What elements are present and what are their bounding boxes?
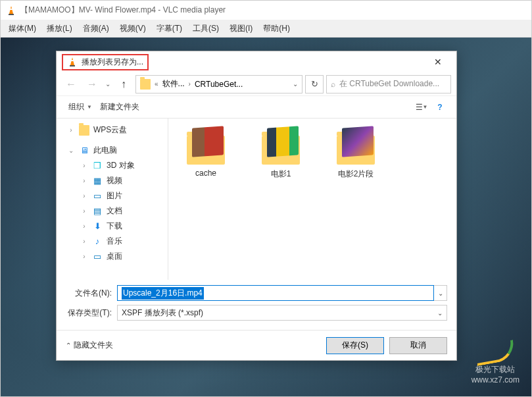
tree-label: 文档 xyxy=(107,205,122,217)
menu-view[interactable]: 视图(I) xyxy=(224,21,258,36)
dialog-body: › WPS云盘 ⌄ 🖥 此电脑 ›❒3D 对象 ›▦视频 ›▭图片 ›▤文档 ›… xyxy=(57,119,456,280)
folder-icon xyxy=(183,129,229,165)
svg-rect-0 xyxy=(9,14,14,15)
hide-folders-toggle[interactable]: ⌃ 隐藏文件夹 xyxy=(66,340,113,351)
chevron-down-icon: ⌄ xyxy=(437,309,443,317)
dialog-titlebar: 播放列表另存为... ✕ xyxy=(57,51,456,72)
filetype-select[interactable]: XSPF 播放列表 (*.xspf) ⌄ xyxy=(117,305,447,321)
svg-rect-3 xyxy=(71,60,74,61)
menu-help[interactable]: 帮助(H) xyxy=(258,21,295,36)
menu-playback[interactable]: 播放(L) xyxy=(41,21,78,36)
address-dropdown[interactable]: ⌄ xyxy=(293,80,298,88)
address-bar[interactable]: « 软件... › CRTubeGet... ⌄ xyxy=(135,75,302,93)
watermark-line1: 极光下载站 xyxy=(472,364,520,375)
svg-rect-2 xyxy=(70,65,75,66)
vlc-cone-icon xyxy=(67,57,78,67)
filename-value: Upscale_2月16日.mp4 xyxy=(122,287,204,300)
search-input[interactable]: ⌕ 在 CRTubeGet Downloade... xyxy=(326,75,451,93)
tree-label: 桌面 xyxy=(107,251,122,262)
tree-wps-cloud[interactable]: › WPS云盘 xyxy=(57,122,168,138)
folder-item-cache[interactable]: cache xyxy=(176,129,235,178)
tree-downloads[interactable]: ›⬇下载 xyxy=(57,219,168,234)
download-icon: ⬇ xyxy=(92,221,103,232)
vlc-cone-icon xyxy=(6,5,16,16)
close-button[interactable]: ✕ xyxy=(425,53,451,71)
vlc-menubar: 媒体(M) 播放(L) 音频(A) 视频(V) 字幕(T) 工具(S) 视图(I… xyxy=(1,20,531,38)
file-list[interactable]: cache 电影1 电影2片段 xyxy=(168,119,456,280)
collapse-icon[interactable]: ⌄ xyxy=(67,147,75,154)
document-icon: ▤ xyxy=(92,206,103,217)
folder-icon xyxy=(333,129,379,165)
refresh-button[interactable]: ↻ xyxy=(305,75,324,93)
expand-icon[interactable]: › xyxy=(67,126,75,134)
video-icon: ▦ xyxy=(92,176,103,186)
tree-this-pc[interactable]: ⌄ 🖥 此电脑 xyxy=(57,143,168,158)
tree-label: 图片 xyxy=(107,190,122,201)
cancel-button[interactable]: 取消 xyxy=(389,337,447,354)
help-button[interactable]: ? xyxy=(431,99,448,115)
filename-dropdown[interactable]: ⌄ xyxy=(434,285,447,301)
address-seg-1[interactable]: 软件... xyxy=(162,78,185,90)
save-button[interactable]: 保存(S) xyxy=(326,337,384,354)
chevron-right-icon: › xyxy=(187,80,192,88)
tree-label: 此电脑 xyxy=(93,145,117,156)
new-folder-button[interactable]: 新建文件夹 xyxy=(96,99,143,115)
folder-icon xyxy=(258,129,304,165)
filetype-label: 保存类型(T): xyxy=(66,307,117,319)
chevron-down-icon: ▼ xyxy=(423,104,428,110)
nav-up-button[interactable]: ↑ xyxy=(114,75,133,93)
nav-recent-dropdown[interactable]: ⌄ xyxy=(104,80,112,88)
view-icon: ☰ xyxy=(416,103,423,112)
chevron-left-icon: « xyxy=(153,80,160,88)
save-as-dialog: 播放列表另存为... ✕ ← → ⌄ ↑ « 软件... › CRTubeGet… xyxy=(56,51,457,361)
nav-forward-button[interactable]: → xyxy=(83,75,101,93)
watermark-swoosh-icon xyxy=(474,340,516,366)
filename-input[interactable]: Upscale_2月16日.mp4 xyxy=(117,285,434,301)
view-options-button[interactable]: ☰ ▼ xyxy=(413,99,430,115)
tree-documents[interactable]: ›▤文档 xyxy=(57,203,168,219)
tree-desktop[interactable]: ›▭桌面 xyxy=(57,249,168,264)
watermark-line2: www.xz7.com xyxy=(472,375,520,384)
filename-label: 文件名(N): xyxy=(66,288,117,299)
menu-audio[interactable]: 音频(A) xyxy=(78,21,114,36)
tree-label: 音乐 xyxy=(107,236,122,247)
menu-subtitle[interactable]: 字幕(T) xyxy=(151,21,187,36)
tree-pictures[interactable]: ›▭图片 xyxy=(57,188,168,203)
tree-label: 下载 xyxy=(107,221,122,232)
tree-label: 3D 对象 xyxy=(107,160,135,171)
tree-videos[interactable]: ›▦视频 xyxy=(57,173,168,188)
tree-3d-objects[interactable]: ›❒3D 对象 xyxy=(57,158,168,173)
file-name: 电影1 xyxy=(271,169,291,180)
picture-icon: ▭ xyxy=(92,191,103,201)
chevron-down-icon: ▼ xyxy=(87,104,92,110)
dialog-title: 播放列表另存为... xyxy=(82,57,143,68)
chevron-up-icon: ⌃ xyxy=(66,342,71,349)
folder-item-movie1[interactable]: 电影1 xyxy=(251,129,310,180)
organize-label: 组织 xyxy=(68,101,84,113)
search-icon: ⌕ xyxy=(331,80,335,89)
music-icon: ♪ xyxy=(92,236,103,247)
tree-label: WPS云盘 xyxy=(93,124,127,136)
menu-tools[interactable]: 工具(S) xyxy=(187,21,224,36)
folder-item-movie2clip[interactable]: 电影2片段 xyxy=(326,129,385,180)
address-seg-2[interactable]: CRTubeGet... xyxy=(195,80,243,89)
nav-back-button[interactable]: ← xyxy=(62,75,80,93)
cube-icon: ❒ xyxy=(92,161,103,171)
dialog-nav: ← → ⌄ ↑ « 软件... › CRTubeGet... ⌄ ↻ ⌕ 在 C… xyxy=(57,72,456,96)
hide-folders-label: 隐藏文件夹 xyxy=(74,340,113,351)
tree-label: 视频 xyxy=(107,175,122,186)
dialog-footer: ⌃ 隐藏文件夹 保存(S) 取消 xyxy=(57,330,456,360)
menu-media[interactable]: 媒体(M) xyxy=(3,21,41,36)
menu-video[interactable]: 视频(V) xyxy=(114,21,151,36)
nav-tree: › WPS云盘 ⌄ 🖥 此电脑 ›❒3D 对象 ›▦视频 ›▭图片 ›▤文档 ›… xyxy=(57,119,168,280)
organize-button[interactable]: 组织 ▼ xyxy=(64,99,96,115)
desktop-icon: ▭ xyxy=(92,251,103,262)
svg-rect-1 xyxy=(10,9,12,10)
help-icon: ? xyxy=(437,103,442,112)
pc-icon: 🖥 xyxy=(79,146,89,156)
tree-music[interactable]: ›♪音乐 xyxy=(57,234,168,249)
folder-icon xyxy=(79,125,89,136)
watermark: 极光下载站 www.xz7.com xyxy=(472,343,520,384)
vlc-titlebar: 【MAMAMOO】MV- Wind Flower.mp4 - VLC media… xyxy=(1,1,531,20)
dialog-fields: 文件名(N): Upscale_2月16日.mp4 ⌄ 保存类型(T): XSP… xyxy=(57,280,456,330)
